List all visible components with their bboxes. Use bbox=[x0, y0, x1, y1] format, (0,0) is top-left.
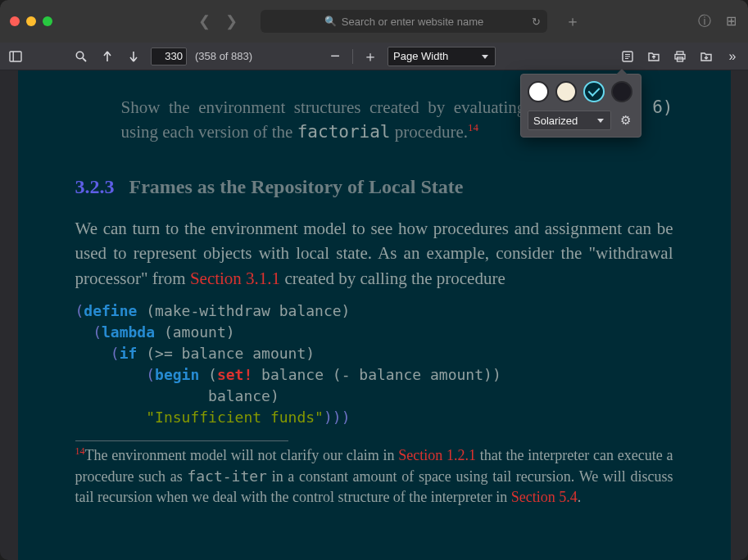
code-keyword: if bbox=[120, 345, 138, 362]
search-icon: 🔍 bbox=[324, 16, 337, 27]
next-page-button[interactable] bbox=[125, 47, 143, 65]
reader-theme-button[interactable] bbox=[619, 47, 637, 65]
theme-select-row: Solarized ⚙ bbox=[528, 111, 634, 130]
minimize-window-button[interactable] bbox=[26, 16, 36, 26]
theme-swatch[interactable] bbox=[555, 81, 577, 102]
code-inline: fact-iter bbox=[187, 467, 267, 485]
code-paren: ( bbox=[75, 302, 84, 319]
theme-swatch[interactable] bbox=[528, 81, 549, 102]
text-run: procedure. bbox=[395, 122, 468, 142]
text-run: The environment model will not clarify o… bbox=[85, 447, 399, 463]
theme-swatch[interactable] bbox=[611, 81, 632, 102]
zoom-out-button[interactable]: − bbox=[326, 47, 344, 65]
code-paren: ( bbox=[75, 366, 156, 383]
code-text: balance) bbox=[75, 387, 279, 404]
pdf-toolbar: (358 of 883) − ＋ Page Width » bbox=[0, 43, 748, 70]
text-run: . bbox=[578, 489, 582, 505]
grid-icon[interactable]: ⊞ bbox=[726, 13, 737, 30]
code-block: (define (make-withdraw balance) (lambda … bbox=[75, 300, 673, 429]
code-keyword: lambda bbox=[102, 323, 155, 341]
nav-arrows: ❮ ❯ bbox=[198, 12, 238, 30]
zoom-in-button[interactable]: ＋ bbox=[361, 47, 379, 65]
text-run: using each version of the bbox=[121, 122, 297, 142]
swatch-row bbox=[528, 81, 634, 102]
code-string: "Insufficient funds" bbox=[146, 409, 324, 426]
section-link[interactable]: Section 3.1.1 bbox=[190, 269, 280, 288]
new-tab-button[interactable]: ＋ bbox=[565, 11, 580, 31]
code-paren: ))) bbox=[324, 409, 351, 426]
section-link[interactable]: Section 1.2.1 bbox=[398, 447, 476, 463]
browser-right-controls: ⓘ ⊞ bbox=[698, 13, 737, 30]
gear-icon[interactable]: ⚙ bbox=[616, 111, 634, 129]
separator bbox=[352, 49, 353, 64]
browser-toolbar: ❮ ❯ 🔍 Search or enter website name ↻ ＋ ⓘ… bbox=[0, 0, 748, 43]
window-controls bbox=[10, 16, 52, 26]
back-button[interactable]: ❮ bbox=[198, 12, 211, 30]
maximize-window-button[interactable] bbox=[43, 16, 52, 26]
code-paren: ( bbox=[75, 345, 120, 362]
code-inline: factorial bbox=[297, 122, 391, 142]
svg-line-3 bbox=[83, 58, 86, 61]
url-placeholder: Search or enter website name bbox=[342, 16, 483, 28]
section-title: Frames as the Repository of Local State bbox=[129, 176, 464, 197]
section-number: 3.2.3 bbox=[75, 176, 115, 197]
paragraph: We can turn to the environment model to … bbox=[75, 216, 673, 291]
code-paren: ( bbox=[75, 323, 102, 341]
theme-select[interactable]: Solarized bbox=[528, 111, 611, 130]
download-button[interactable] bbox=[697, 47, 715, 65]
code-text: (make-withdraw balance) bbox=[137, 302, 350, 319]
close-window-button[interactable] bbox=[10, 16, 20, 26]
url-bar[interactable]: 🔍 Search or enter website name ↻ bbox=[261, 10, 547, 33]
zoom-select-label: Page Width bbox=[393, 50, 448, 62]
text-run: created by calling the procedure bbox=[280, 269, 505, 288]
code-text: (>= balance amount) bbox=[137, 345, 315, 362]
code-keyword: begin bbox=[155, 366, 199, 383]
prev-page-button[interactable] bbox=[98, 47, 116, 65]
code-keyword: set! bbox=[217, 366, 252, 383]
code-text: ( bbox=[199, 366, 217, 383]
print-button[interactable] bbox=[671, 47, 689, 65]
footnote-separator bbox=[75, 440, 288, 441]
theme-select-label: Solarized bbox=[533, 115, 578, 127]
page-count-label: (358 of 883) bbox=[195, 50, 252, 62]
svg-rect-0 bbox=[10, 52, 21, 61]
pdf-page: Show the environment structures created … bbox=[18, 70, 731, 560]
code-text bbox=[75, 409, 147, 426]
find-button[interactable] bbox=[72, 47, 90, 65]
footnote: 14The environment model will not clarify… bbox=[75, 445, 673, 508]
reload-button[interactable]: ↻ bbox=[532, 16, 541, 28]
forward-button[interactable]: ❯ bbox=[225, 12, 238, 30]
code-text: balance (- balance amount)) bbox=[252, 366, 501, 383]
open-file-button[interactable] bbox=[645, 47, 663, 65]
footnote-number: 14 bbox=[75, 445, 85, 457]
section-heading: 3.2.3Frames as the Repository of Local S… bbox=[75, 173, 673, 201]
code-keyword: define bbox=[84, 302, 137, 319]
footnote-ref[interactable]: 14 bbox=[468, 121, 478, 133]
svg-point-2 bbox=[76, 52, 83, 58]
document-viewport[interactable]: Show the environment structures created … bbox=[0, 70, 748, 560]
info-icon[interactable]: ⓘ bbox=[698, 13, 711, 30]
sidebar-toggle-button[interactable] bbox=[7, 47, 25, 65]
theme-swatch[interactable] bbox=[583, 81, 605, 102]
tools-menu-button[interactable]: » bbox=[723, 47, 741, 65]
section-link[interactable]: Section 5.4 bbox=[511, 489, 578, 505]
pdf-right-controls: » bbox=[619, 47, 741, 65]
code-text: (amount) bbox=[155, 323, 235, 341]
zoom-select[interactable]: Page Width bbox=[388, 47, 496, 66]
theme-popover: Solarized ⚙ bbox=[520, 74, 641, 138]
text-run: Show the environment structures created … bbox=[121, 97, 534, 117]
svg-rect-9 bbox=[675, 54, 685, 59]
page-number-input[interactable] bbox=[151, 47, 187, 65]
